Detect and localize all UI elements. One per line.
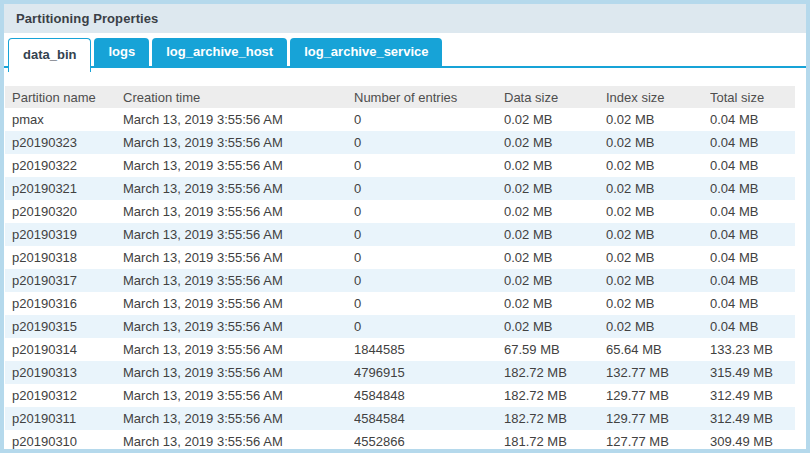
table-header-row: Partition name Creation time Number of e… — [5, 86, 795, 108]
index-size-cell: 0.02 MB — [606, 296, 710, 311]
data-size-cell: 0.02 MB — [504, 250, 606, 265]
creation-time-cell: March 13, 2019 3:55:56 AM — [123, 434, 354, 449]
index-size-cell: 127.77 MB — [606, 434, 710, 449]
total-size-cell: 0.04 MB — [710, 158, 795, 173]
data-size-cell: 0.02 MB — [504, 296, 606, 311]
tab-log_archive_host[interactable]: log_archive_host — [152, 38, 287, 66]
creation-time-cell: March 13, 2019 3:55:56 AM — [123, 204, 354, 219]
creation-time-cell: March 13, 2019 3:55:56 AM — [123, 227, 354, 242]
partition-name-cell: p20190313 — [12, 365, 123, 380]
index-size-cell: 132.77 MB — [606, 365, 710, 380]
creation-time-cell: March 13, 2019 3:55:56 AM — [123, 342, 354, 357]
creation-time-cell: March 13, 2019 3:55:56 AM — [123, 181, 354, 196]
entries-cell: 0 — [354, 319, 504, 334]
data-size-cell: 67.59 MB — [504, 342, 606, 357]
total-size-cell: 309.49 MB — [710, 434, 795, 449]
index-size-cell: 0.02 MB — [606, 319, 710, 334]
entries-cell: 0 — [354, 296, 504, 311]
total-size-cell: 315.49 MB — [710, 365, 795, 380]
table-row: p20190313March 13, 2019 3:55:56 AM479691… — [5, 361, 795, 384]
total-size-cell: 133.23 MB — [710, 342, 795, 357]
partition-name-cell: p20190323 — [12, 135, 123, 150]
index-size-cell: 0.02 MB — [606, 112, 710, 127]
table-row: p20190323March 13, 2019 3:55:56 AM00.02 … — [5, 131, 795, 154]
index-size-cell: 0.02 MB — [606, 135, 710, 150]
total-size-cell: 0.04 MB — [710, 296, 795, 311]
partition-name-cell: p20190316 — [12, 296, 123, 311]
partition-name-cell: p20190312 — [12, 388, 123, 403]
data-size-cell: 0.02 MB — [504, 319, 606, 334]
partition-name-cell: p20190319 — [12, 227, 123, 242]
partition-name-cell: p20190317 — [12, 273, 123, 288]
column-header-number-of-entries: Number of entries — [354, 90, 504, 105]
entries-cell: 0 — [354, 112, 504, 127]
column-header-creation-time: Creation time — [123, 90, 354, 105]
creation-time-cell: March 13, 2019 3:55:56 AM — [123, 365, 354, 380]
index-size-cell: 0.02 MB — [606, 273, 710, 288]
entries-cell: 4584584 — [354, 411, 504, 426]
panel-titlebar: Partitioning Properties — [4, 4, 806, 33]
tab-data_bin[interactable]: data_bin — [8, 38, 91, 72]
partition-name-cell: pmax — [12, 112, 123, 127]
total-size-cell: 0.04 MB — [710, 273, 795, 288]
creation-time-cell: March 13, 2019 3:55:56 AM — [123, 158, 354, 173]
creation-time-cell: March 13, 2019 3:55:56 AM — [123, 388, 354, 403]
creation-time-cell: March 13, 2019 3:55:56 AM — [123, 250, 354, 265]
total-size-cell: 0.04 MB — [710, 112, 795, 127]
data-size-cell: 0.02 MB — [504, 204, 606, 219]
partition-name-cell: p20190311 — [12, 411, 123, 426]
data-size-cell: 182.72 MB — [504, 388, 606, 403]
data-size-cell: 0.02 MB — [504, 273, 606, 288]
entries-cell: 4796915 — [354, 365, 504, 380]
partition-name-cell: p20190315 — [12, 319, 123, 334]
table-row: p20190319March 13, 2019 3:55:56 AM00.02 … — [5, 223, 795, 246]
column-header-index-size: Index size — [606, 90, 710, 105]
total-size-cell: 312.49 MB — [710, 388, 795, 403]
table-row: p20190318March 13, 2019 3:55:56 AM00.02 … — [5, 246, 795, 269]
entries-cell: 0 — [354, 204, 504, 219]
panel-title: Partitioning Properties — [16, 11, 158, 26]
creation-time-cell: March 13, 2019 3:55:56 AM — [123, 112, 354, 127]
table-body: pmaxMarch 13, 2019 3:55:56 AM00.02 MB0.0… — [5, 108, 806, 453]
partition-name-cell: p20190321 — [12, 181, 123, 196]
entries-cell: 0 — [354, 250, 504, 265]
creation-time-cell: March 13, 2019 3:55:56 AM — [123, 319, 354, 334]
table-row: p20190314March 13, 2019 3:55:56 AM184458… — [5, 338, 795, 361]
data-size-cell: 0.02 MB — [504, 135, 606, 150]
creation-time-cell: March 13, 2019 3:55:56 AM — [123, 135, 354, 150]
table-row: p20190317March 13, 2019 3:55:56 AM00.02 … — [5, 269, 795, 292]
tab-logs[interactable]: logs — [94, 38, 149, 66]
index-size-cell: 0.02 MB — [606, 204, 710, 219]
data-size-cell: 182.72 MB — [504, 411, 606, 426]
data-size-cell: 0.02 MB — [504, 227, 606, 242]
data-size-cell: 0.02 MB — [504, 158, 606, 173]
entries-cell: 0 — [354, 158, 504, 173]
partitioning-properties-panel: Partitioning Properties data_binlogslog_… — [0, 0, 810, 453]
table-row: p20190311March 13, 2019 3:55:56 AM458458… — [5, 407, 795, 430]
total-size-cell: 312.49 MB — [710, 411, 795, 426]
index-size-cell: 0.02 MB — [606, 250, 710, 265]
creation-time-cell: March 13, 2019 3:55:56 AM — [123, 296, 354, 311]
partition-name-cell: p20190314 — [12, 342, 123, 357]
partition-name-cell: p20190310 — [12, 434, 123, 449]
index-size-cell: 0.02 MB — [606, 158, 710, 173]
partition-name-cell: p20190322 — [12, 158, 123, 173]
column-header-partition-name: Partition name — [12, 90, 123, 105]
data-size-cell: 181.72 MB — [504, 434, 606, 449]
tab-log_archive_service[interactable]: log_archive_service — [290, 38, 442, 66]
entries-cell: 1844585 — [354, 342, 504, 357]
total-size-cell: 0.04 MB — [710, 204, 795, 219]
entries-cell: 4552866 — [354, 434, 504, 449]
data-size-cell: 0.02 MB — [504, 112, 606, 127]
total-size-cell: 0.04 MB — [710, 250, 795, 265]
table-row: pmaxMarch 13, 2019 3:55:56 AM00.02 MB0.0… — [5, 108, 795, 131]
index-size-cell: 129.77 MB — [606, 411, 710, 426]
partition-name-cell: p20190320 — [12, 204, 123, 219]
entries-cell: 0 — [354, 181, 504, 196]
table-row: p20190316March 13, 2019 3:55:56 AM00.02 … — [5, 292, 795, 315]
table-row: p20190312March 13, 2019 3:55:56 AM458484… — [5, 384, 795, 407]
column-header-data-size: Data size — [504, 90, 606, 105]
creation-time-cell: March 13, 2019 3:55:56 AM — [123, 273, 354, 288]
table-row: p20190320March 13, 2019 3:55:56 AM00.02 … — [5, 200, 795, 223]
data-size-cell: 0.02 MB — [504, 181, 606, 196]
